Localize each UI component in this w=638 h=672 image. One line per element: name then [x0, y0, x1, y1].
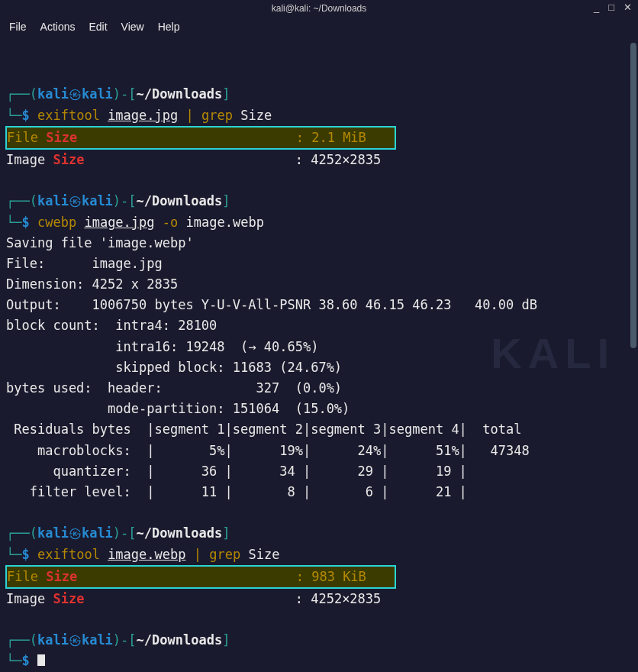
out2-l6: intra16: 19248 (→ 40.65%)	[6, 339, 318, 354]
prompt3-top: ┌──(	[6, 525, 37, 541]
out1-l1a: File	[7, 130, 46, 145]
out2-l9: mode-partition: 151064 (15.0%)	[6, 401, 350, 416]
menu-file[interactable]: File	[9, 21, 27, 33]
menu-edit[interactable]: Edit	[89, 21, 107, 33]
cmd1-garg: Size	[240, 108, 272, 123]
out2-l4: Output: 1006750 bytes Y-U-V-All-PSNR 38.…	[6, 297, 537, 312]
out2-l12: quantizer: | 36 | 34 | 29 | 19 |	[6, 464, 467, 479]
highlight-box-1: File Size : 2.1 MiB	[5, 126, 396, 150]
close-button[interactable]: ✕	[624, 2, 632, 13]
out1-l1c: : 2.1 MiB	[77, 130, 366, 145]
skull-icon: ㉿	[69, 193, 82, 208]
out2-l10: Residuals bytes |segment 1|segment 2|seg…	[6, 422, 522, 437]
out2-l11: macroblocks: | 5%| 19%| 24%| 51%| 47348	[6, 443, 530, 458]
prompt4-top: ┌──(	[6, 632, 37, 648]
skull-icon: ㉿	[69, 632, 82, 648]
out3-l1b: Size	[46, 569, 77, 584]
prompt2-top: ┌──(	[6, 193, 37, 208]
out1-l2b: Size	[53, 152, 84, 167]
cmd2-flag: -o	[163, 215, 178, 230]
cmd3-arg: image.webp	[108, 547, 185, 562]
cmd2-arg2: image.webp	[186, 215, 264, 230]
out1-l2c: : 4252×2835	[84, 152, 381, 167]
out3-l2c: : 4252×2835	[84, 591, 381, 606]
out1-l1b: Size	[46, 130, 77, 145]
cmd3: exiftool	[37, 547, 100, 562]
menu-view[interactable]: View	[121, 21, 144, 33]
prompt-bot-deco: └─	[6, 108, 21, 123]
out2-l3: Dimension: 4252 x 2835	[6, 276, 178, 292]
out2-l2: File: image.jpg	[6, 256, 163, 271]
cmd2-arg: image.jpg	[84, 215, 154, 230]
out2-l13: filter level: | 11 | 8 | 6 | 21 |	[6, 484, 467, 499]
prompt-br: ]	[222, 86, 230, 102]
cmd1-arg: image.jpg	[108, 108, 178, 123]
cursor	[37, 654, 45, 666]
maximize-button[interactable]: □	[608, 2, 614, 13]
out3-l1a: File	[7, 569, 46, 584]
prompt-close: )-[	[113, 86, 137, 102]
skull-icon: ㉿	[69, 86, 82, 102]
skull-icon: ㉿	[69, 525, 82, 541]
watermark: KALI	[491, 319, 615, 388]
highlight-box-2: File Size : 983 KiB	[5, 565, 396, 589]
cmd1: exiftool	[37, 108, 100, 123]
window-title: kali@kali: ~/Downloads	[272, 3, 367, 14]
out1-l2a: Image	[6, 152, 53, 167]
minimize-button[interactable]: _	[594, 2, 599, 13]
out2-l7: skipped block: 11683 (24.67%)	[6, 360, 342, 375]
window-controls: _ □ ✕	[594, 2, 632, 13]
terminal-output[interactable]: KALI ┌──(kali㉿kali)-[~/Downloads] └─$ ex…	[0, 37, 638, 666]
out3-l2a: Image	[6, 591, 53, 606]
prompt-user: kali	[37, 86, 69, 102]
menu-actions[interactable]: Actions	[40, 21, 76, 33]
prompt-host: kali	[82, 86, 113, 102]
out2-l8: bytes used: header: 327 (0.0%)	[6, 380, 342, 396]
menubar: File Actions Edit View Help	[0, 17, 638, 37]
menu-help[interactable]: Help	[158, 21, 180, 33]
titlebar: kali@kali: ~/Downloads _ □ ✕	[0, 0, 638, 17]
cmd1-grep: grep	[201, 108, 233, 123]
out2-l1: Saving file 'image.webp'	[6, 235, 194, 250]
out2-l5: block count: intra4: 28100	[6, 318, 217, 333]
cmd2: cwebp	[37, 215, 76, 230]
prompt-top-deco: ┌──(	[6, 86, 37, 102]
prompt-path: ~/Downloads	[137, 86, 223, 102]
cmd1-pipe: |	[186, 108, 194, 123]
out3-l1c: : 983 KiB	[77, 569, 366, 584]
prompt-dollar: $	[21, 108, 29, 123]
out3-l2b: Size	[53, 591, 84, 606]
